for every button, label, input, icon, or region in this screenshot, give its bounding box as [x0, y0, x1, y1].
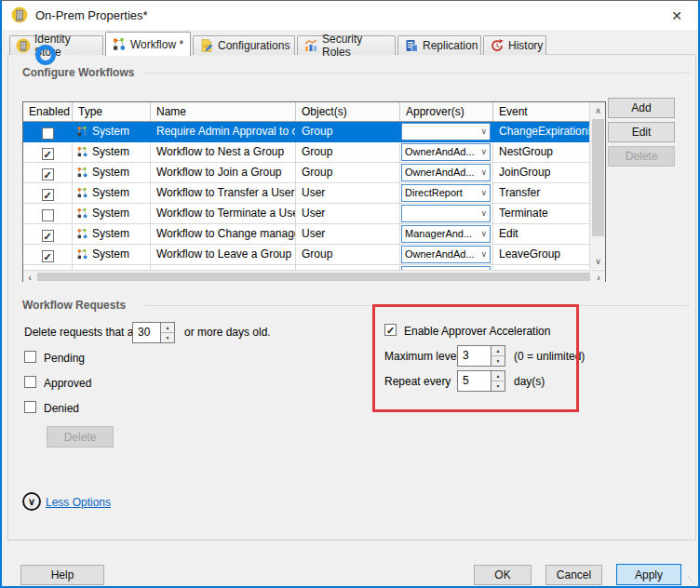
tab-label: History: [508, 39, 543, 52]
max-levels-spinner[interactable]: 3 ▲ ▼: [457, 345, 505, 367]
row-enabled-checkbox[interactable]: [42, 127, 54, 140]
workflow-type-icon: [76, 187, 88, 199]
col-header-enabled[interactable]: Enabled: [23, 102, 73, 121]
denied-checkbox[interactable]: [24, 401, 36, 413]
tab-label: Configurations: [218, 39, 289, 52]
chevron-down-icon: ∨: [480, 148, 487, 156]
spin-up-icon[interactable]: ▲: [491, 346, 505, 356]
col-header-approver[interactable]: Approver(s): [400, 102, 493, 121]
collapse-chevron-icon[interactable]: ∨: [22, 492, 41, 511]
col-header-name[interactable]: Name: [151, 102, 296, 121]
help-button[interactable]: Help: [20, 565, 104, 585]
type-text: System: [92, 204, 129, 223]
row-enabled-checkbox[interactable]: ✓: [42, 148, 54, 160]
workflow-type-icon: [76, 228, 88, 240]
tab-identity-store[interactable]: Identity Store: [9, 35, 103, 55]
event-text: Transfer: [493, 183, 589, 204]
col-header-type[interactable]: Type: [73, 102, 151, 121]
scroll-down-icon[interactable]: ∨: [590, 253, 606, 269]
approver-dropdown[interactable]: ∨: [401, 123, 491, 140]
approver-dropdown[interactable]: OwnerAndAd...∨: [401, 164, 491, 181]
dialog-window: On-Prem Properties* ✕ Identity Store Wor…: [0, 0, 700, 588]
less-options-link[interactable]: Less Options: [46, 496, 111, 509]
table-row[interactable]: ✓ System Workflow to Nest a Group Group …: [23, 142, 589, 163]
edit-button[interactable]: Edit: [608, 122, 675, 142]
max-levels-value[interactable]: 3: [458, 346, 491, 366]
approver-dropdown[interactable]: ManagerAnd...∨: [401, 225, 491, 243]
workflows-table[interactable]: Enabled Type Name Object(s) Approver(s) …: [22, 101, 606, 282]
horizontal-scroll-thumb[interactable]: [37, 273, 590, 281]
pending-checkbox[interactable]: [24, 351, 36, 363]
approved-checkbox[interactable]: [24, 376, 36, 388]
days-value[interactable]: 30: [133, 323, 160, 342]
type-text: System: [92, 163, 129, 182]
resize-grip[interactable]: ⋱: [687, 575, 696, 585]
chevron-down-icon: ∨: [480, 230, 487, 238]
configure-workflows-header: Configure Workflows: [22, 66, 134, 79]
horizontal-scrollbar[interactable]: ‹ ›: [23, 270, 605, 282]
repeat-every-spinner[interactable]: 5 ▲ ▼: [457, 370, 505, 392]
table-row[interactable]: System Require Admin Approval to c... Gr…: [23, 122, 589, 142]
tab-history[interactable]: History: [483, 35, 546, 55]
workflow-icon: [112, 37, 127, 52]
chevron-down-icon: ∨: [480, 209, 487, 218]
approver-value: DirectReport: [405, 183, 463, 203]
approver-dropdown[interactable]: DirectReport∨: [401, 184, 491, 202]
approver-dropdown[interactable]: OwnerAndAd...∨: [401, 143, 491, 161]
spin-up-icon[interactable]: ▲: [491, 371, 505, 381]
spin-down-icon[interactable]: ▼: [491, 356, 505, 366]
table-row[interactable]: ✓ System Workflow to Change manager User…: [23, 224, 589, 245]
tab-label: Security Roles: [322, 33, 389, 59]
scroll-left-icon[interactable]: ‹: [23, 271, 36, 283]
table-row[interactable]: ✓ System Workflow to Leave a Group Group…: [23, 245, 589, 265]
tab-configurations[interactable]: Configurations: [193, 35, 295, 55]
workflow-name: Workflow to Transfer a User: [151, 183, 296, 204]
workflow-type-icon: [76, 126, 88, 138]
table-row[interactable]: System Workflow to Terminate a User User…: [23, 204, 589, 224]
object-text: User: [296, 183, 400, 204]
delete-button[interactable]: Delete: [608, 146, 675, 167]
col-header-event[interactable]: Event: [493, 102, 589, 121]
col-header-object[interactable]: Object(s): [296, 102, 400, 121]
delete-requests-button[interactable]: Delete: [47, 426, 114, 448]
tab-replication[interactable]: Replication: [397, 35, 481, 55]
days-spinner[interactable]: 30 ▲ ▼: [132, 322, 175, 343]
table-row[interactable]: ✓ System Workflow to Transfer a User Use…: [23, 183, 589, 204]
days-suffix-label: or more days old.: [184, 326, 271, 339]
row-enabled-checkbox[interactable]: ✓: [42, 168, 54, 180]
replication-icon: [404, 38, 419, 53]
type-text: System: [92, 224, 129, 244]
tab-security-roles[interactable]: Security Roles: [297, 35, 396, 55]
apply-button[interactable]: Apply: [616, 564, 681, 585]
row-enabled-checkbox[interactable]: [42, 209, 54, 221]
delete-requests-label: Delete requests that are: [24, 326, 143, 339]
row-enabled-checkbox[interactable]: ✓: [42, 250, 54, 262]
approver-value: OwnerAndAd...: [405, 142, 475, 162]
add-button[interactable]: Add: [608, 98, 675, 118]
workflow-name: Workflow to Change manager: [151, 224, 296, 245]
tab-workflow[interactable]: Workflow *: [105, 32, 191, 56]
approver-dropdown[interactable]: OwnerAndAd...∨: [401, 246, 491, 263]
row-enabled-checkbox[interactable]: ✓: [42, 230, 54, 242]
approved-label[interactable]: Approved: [44, 377, 91, 390]
approver-dropdown[interactable]: ∨: [401, 205, 491, 222]
ok-button[interactable]: OK: [474, 565, 532, 585]
repeat-every-value[interactable]: 5: [458, 371, 491, 391]
spin-down-icon[interactable]: ▼: [161, 333, 174, 342]
spin-up-icon[interactable]: ▲: [161, 323, 174, 333]
enable-acceleration-checkbox[interactable]: ✓: [384, 324, 397, 336]
object-text: User: [296, 204, 400, 224]
close-icon[interactable]: ✕: [663, 5, 691, 27]
cancel-button[interactable]: Cancel: [545, 565, 602, 585]
table-row[interactable]: ✓ System Workflow to Join a Group Group …: [23, 163, 589, 183]
vertical-scroll-thumb[interactable]: [592, 119, 604, 236]
workflow-name: Require Admin Approval to c...: [151, 122, 296, 142]
scroll-right-icon[interactable]: ›: [592, 271, 605, 283]
pending-label[interactable]: Pending: [44, 352, 85, 365]
spin-down-icon[interactable]: ▼: [491, 381, 505, 391]
vertical-scrollbar[interactable]: ∧ ∨: [589, 102, 605, 269]
scroll-up-icon[interactable]: ∧: [590, 102, 606, 118]
denied-label[interactable]: Denied: [44, 402, 79, 415]
row-enabled-checkbox[interactable]: ✓: [42, 189, 54, 201]
table-rows: System Require Admin Approval to c... Gr…: [23, 122, 589, 270]
